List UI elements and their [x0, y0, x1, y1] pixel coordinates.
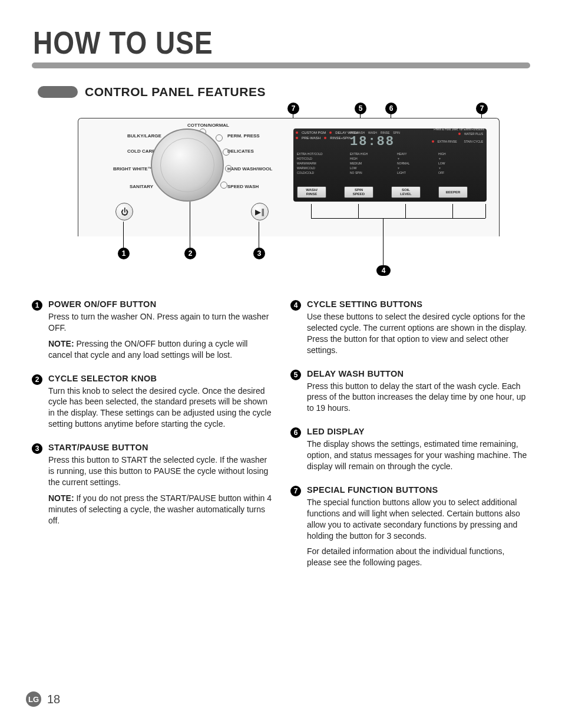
soil-level-button[interactable]: SOILLEVEL — [391, 186, 421, 198]
feature-item-text: Use these buttons to select the desired … — [307, 311, 530, 356]
feature-item-2: 2CYCLE SELECTOR KNOBTurn this knob to se… — [32, 374, 272, 435]
feature-item-3: 3START/PAUSE BUTTONPress this button to … — [32, 443, 272, 531]
feature-item-title: START/PAUSE BUTTON — [48, 443, 272, 452]
status-rinse: RINSE — [381, 131, 389, 134]
feature-item-7: 7SPECIAL FUNCTION BUTTONSThe special fun… — [290, 485, 530, 573]
cycle-right-2: HAND WASH/WOOL — [227, 166, 272, 172]
section-title: CONTROL PANEL FEATURES — [85, 85, 266, 99]
spin-2: MEDIUM — [350, 162, 368, 165]
feature-item-text: Turn this knob to select the desired cyc… — [48, 386, 272, 430]
feature-item-title: DELAY WASH BUTTON — [307, 369, 530, 378]
spin-1: HIGH — [350, 157, 368, 160]
feature-item-text: Press this button to delay the start of … — [307, 381, 530, 414]
cycle-left-2: BRIGHT WHITE™ — [113, 166, 153, 172]
beep-0: HIGH — [438, 152, 446, 156]
status-spin: SPIN — [393, 131, 400, 134]
opt-stain-cycle: STAIN CYCLE — [464, 140, 483, 143]
status-wash: WASH — [368, 131, 377, 134]
feature-item-title: CYCLE SETTING BUTTONS — [307, 299, 530, 309]
hold-note: Press & Hold 3sec. for Extra Functions — [434, 127, 484, 131]
opt-water-plus: WATER PLUS — [464, 132, 483, 136]
temp-3: WARM/COLD — [297, 166, 323, 170]
feature-item-badge: 7 — [290, 486, 301, 496]
cycle-selector-knob[interactable] — [151, 129, 224, 202]
play-pause-icon: ▶∥ — [255, 207, 265, 216]
opt-prewash: PRE-WASH — [302, 136, 320, 140]
callout-4: 4 — [376, 265, 391, 276]
temp-2: WARM/WARM — [297, 162, 323, 165]
opt-custom-pgm: CUSTOM PGM — [302, 131, 326, 134]
feature-item-badge: 2 — [32, 374, 42, 385]
section-pill — [38, 86, 78, 98]
soil-1: NORMAL — [397, 162, 409, 165]
soil-0: HEAVY — [397, 152, 409, 156]
feature-item-5: 5DELAY WASH BUTTONPress this button to d… — [290, 369, 530, 419]
features-columns: 1POWER ON/OFF BUTTONPress to turn the wa… — [32, 299, 530, 581]
opt-rinse-spin: RINSE+SPIN — [330, 136, 351, 140]
feature-item-text: NOTE: Pressing the ON/OFF button during … — [48, 338, 272, 361]
title-divider — [32, 62, 530, 68]
feature-item-text: Press this button to START the selected … — [48, 454, 272, 488]
wash-rinse-button[interactable]: WASH/RINSE — [297, 186, 326, 198]
callout-6: 6 — [385, 103, 397, 114]
feature-item-badge: 4 — [290, 300, 301, 311]
feature-item-text: The special function buttons allow you t… — [307, 497, 530, 542]
cycle-right-0: PERM. PRESS — [227, 133, 260, 139]
temp-1: HOT/COLD — [297, 157, 323, 160]
feature-item-badge: 3 — [32, 443, 42, 454]
callout-5: 5 — [355, 103, 366, 114]
feature-item-title: LED DISPLAY — [307, 427, 530, 436]
beep-1: LOW — [438, 162, 446, 165]
cycle-right-1: DELICATES — [227, 149, 254, 154]
beeper-button[interactable]: BEEPER — [438, 186, 468, 198]
callout-3: 3 — [253, 248, 265, 259]
feature-item-title: CYCLE SELECTOR KNOB — [48, 374, 272, 383]
spin-speed-button[interactable]: SPINSPEED — [344, 186, 373, 198]
feature-item-badge: 6 — [290, 427, 301, 438]
spin-0: EXTRA HIGH — [350, 152, 368, 156]
status-prewash: PREWASH — [350, 131, 365, 134]
feature-item-text: NOTE: If you do not press the START/PAUS… — [48, 493, 272, 526]
start-pause-button[interactable]: ▶∥ — [251, 203, 269, 220]
led-display: 18:88 — [350, 134, 395, 149]
page-number: 18 — [47, 693, 60, 706]
spin-4: NO SPIN — [350, 171, 368, 174]
feature-item-4: 4CYCLE SETTING BUTTONSUse these buttons … — [290, 299, 530, 361]
feature-item-6: 6LED DISPLAYThe display shows the settin… — [290, 427, 530, 477]
lg-logo-icon: LG — [26, 691, 41, 707]
beep-2: OFF — [438, 171, 446, 174]
section-header: CONTROL PANEL FEATURES — [38, 85, 530, 99]
callout-2: 2 — [184, 248, 196, 259]
callout-7: 7 — [287, 103, 299, 114]
page-title: HOW TO USE — [33, 25, 530, 61]
opt-extra-rinse: EXTRA RINSE — [438, 140, 457, 143]
power-button[interactable]: ⏻ — [115, 203, 133, 220]
feature-item-title: SPECIAL FUNCTION BUTTONS — [307, 485, 530, 495]
feature-item-text: Press to turn the washer ON. Press again… — [48, 311, 272, 334]
display-panel: Press & Hold 3sec. for Extra Functions C… — [293, 129, 487, 202]
soil-2: LIGHT — [397, 171, 409, 174]
power-icon: ⏻ — [121, 207, 128, 216]
feature-item-1: 1POWER ON/OFF BUTTONPress to turn the wa… — [32, 299, 272, 365]
feature-item-title: POWER ON/OFF BUTTON — [48, 299, 272, 309]
cycle-left-0: BULKY/LARGE — [127, 133, 161, 139]
feature-item-text: For detailed information about the indiv… — [307, 546, 530, 568]
temp-0: EXTRA HOT/COLD — [297, 152, 323, 156]
page-footer: LG 18 — [26, 691, 60, 707]
callout-7b: 7 — [476, 103, 488, 114]
feature-item-text: The display shows the settings, estimate… — [307, 439, 530, 472]
feature-item-badge: 5 — [290, 370, 301, 380]
feature-item-badge: 1 — [32, 300, 42, 311]
spin-3: LOW — [350, 166, 368, 170]
control-panel-diagram: 7 5 6 7 COTTON/NORMAL BULKY/LARGE COLD C… — [32, 103, 530, 285]
cycle-top-label: COTTON/NORMAL — [187, 123, 229, 128]
cycle-left-3: SANITARY — [130, 184, 153, 189]
cycle-right-3: SPEED WASH — [227, 184, 259, 189]
callout-1: 1 — [118, 248, 130, 259]
temp-4: COLD/COLD — [297, 171, 323, 174]
